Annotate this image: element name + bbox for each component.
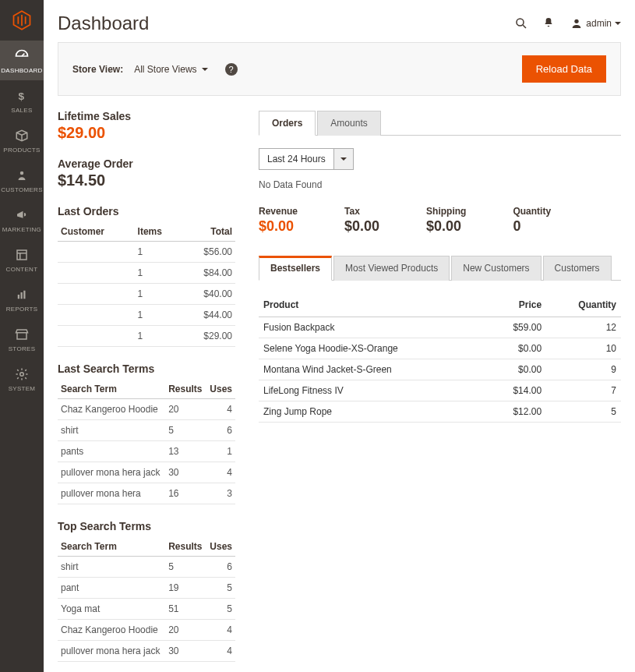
table-row[interactable]: pullover mona hera163 — [58, 483, 235, 504]
average-order-value: $14.50 — [58, 172, 235, 189]
sidebar-item-content[interactable]: CONTENT — [0, 239, 44, 279]
table-row[interactable]: pant195 — [58, 578, 235, 599]
table-row[interactable]: Montana Wind Jacket-S-Green$0.009 — [259, 359, 621, 380]
chevron-down-icon — [202, 68, 208, 71]
table-row[interactable]: pants131 — [58, 441, 235, 462]
cell-term: shirt — [58, 420, 165, 441]
cell-term: Chaz Kangeroo Hoodie — [58, 620, 165, 641]
period-dropdown-button[interactable] — [334, 148, 354, 170]
person-icon — [14, 168, 30, 183]
table-row[interactable]: 1$44.00 — [58, 305, 235, 326]
table-row[interactable]: 1$29.00 — [58, 326, 235, 347]
store-view-bar: Store View: All Store Views ? Reload Dat… — [58, 42, 621, 96]
cell-items: 1 — [135, 242, 182, 263]
header: Dashboard admin — [44, 0, 635, 42]
cell-customer — [58, 263, 135, 284]
table-row[interactable]: 1$56.00 — [58, 242, 235, 263]
period-select[interactable]: Last 24 Hours — [259, 148, 334, 170]
average-order-label: Average Order — [58, 157, 235, 170]
tab-new-customers[interactable]: New Customers — [451, 256, 541, 281]
cell-uses: 4 — [206, 620, 235, 641]
sidebar-item-stores[interactable]: STORES — [0, 319, 44, 359]
svg-point-1 — [20, 172, 24, 175]
table-row[interactable]: pullover mona hera jack304 — [58, 641, 235, 662]
bell-icon[interactable] — [542, 16, 556, 30]
layout-icon — [14, 247, 30, 263]
cell-results: 5 — [165, 420, 206, 441]
last-orders-table: Customer Items Total 1$56.001$84.001$40.… — [58, 222, 235, 347]
cell-results: 20 — [165, 620, 206, 641]
table-row[interactable]: Chaz Kangeroo Hoodie204 — [58, 620, 235, 641]
tax-label: Tax — [344, 206, 379, 217]
table-row[interactable]: Selene Yoga Hoodie-XS-Orange$0.0010 — [259, 338, 621, 359]
sidebar-item-customers[interactable]: CUSTOMERS — [0, 160, 44, 200]
cell-term: pants — [58, 441, 165, 462]
shipping-value: $0.00 — [426, 218, 466, 235]
chevron-down-icon — [340, 157, 347, 161]
col-price: Price — [486, 293, 546, 317]
svg-point-6 — [20, 373, 24, 377]
table-row[interactable]: 1$84.00 — [58, 263, 235, 284]
cell-customer — [58, 284, 135, 305]
tab-customers[interactable]: Customers — [543, 256, 612, 281]
sub-tabs: Bestsellers Most Viewed Products New Cus… — [259, 255, 621, 281]
col-results: Results — [165, 380, 206, 399]
cell-price: $0.00 — [486, 359, 546, 380]
cell-price: $14.00 — [486, 380, 546, 401]
sidebar-item-reports[interactable]: REPORTS — [0, 279, 44, 319]
tab-amounts[interactable]: Amounts — [317, 111, 380, 136]
no-data-message: No Data Found — [259, 179, 621, 190]
table-row[interactable]: Fusion Backpack$59.0012 — [259, 317, 621, 338]
cell-term: shirt — [58, 557, 165, 578]
table-row[interactable]: pullover mona hera jack304 — [58, 462, 235, 483]
tab-bestsellers[interactable]: Bestsellers — [259, 256, 332, 281]
top-search-heading: Top Search Terms — [58, 520, 235, 532]
help-icon[interactable]: ? — [225, 63, 238, 76]
cell-uses: 3 — [206, 483, 235, 504]
table-row[interactable]: Yoga mat515 — [58, 599, 235, 620]
sidebar-item-sales[interactable]: $ SALES — [0, 80, 44, 120]
reload-data-button[interactable]: Reload Data — [522, 55, 606, 83]
tab-orders[interactable]: Orders — [259, 111, 316, 136]
cell-uses: 6 — [206, 557, 235, 578]
sidebar-item-products[interactable]: PRODUCTS — [0, 120, 44, 160]
chevron-down-icon — [615, 22, 621, 25]
sidebar-item-label: DASHBOARD — [1, 67, 42, 74]
cell-quantity: 5 — [546, 401, 621, 423]
store-view-select[interactable]: All Store Views — [134, 64, 207, 75]
cell-product: Zing Jump Rope — [259, 401, 486, 423]
sidebar-item-dashboard[interactable]: DASHBOARD — [0, 41, 44, 80]
magento-logo[interactable] — [0, 0, 44, 41]
cell-term: pullover mona hera — [58, 483, 165, 504]
cell-results: 5 — [165, 557, 206, 578]
svg-point-7 — [517, 19, 524, 26]
cell-results: 30 — [165, 462, 206, 483]
cell-quantity: 9 — [546, 359, 621, 380]
cell-results: 51 — [165, 599, 206, 620]
page-title: Dashboard — [58, 12, 149, 34]
cell-product: Fusion Backpack — [259, 317, 486, 338]
table-row[interactable]: Zing Jump Rope$12.005 — [259, 401, 621, 423]
sidebar-item-system[interactable]: SYSTEM — [0, 359, 44, 398]
last-search-heading: Last Search Terms — [58, 363, 235, 375]
cell-product: Montana Wind Jacket-S-Green — [259, 359, 486, 380]
tax-value: $0.00 — [344, 218, 379, 235]
cell-customer — [58, 326, 135, 347]
cell-items: 1 — [135, 284, 182, 305]
cell-term: pullover mona hera jack — [58, 462, 165, 483]
table-row[interactable]: Chaz Kangeroo Hoodie204 — [58, 399, 235, 420]
main-tabs: Orders Amounts — [259, 110, 621, 136]
table-row[interactable]: shirt56 — [58, 557, 235, 578]
table-row[interactable]: LifeLong Fitness IV$14.007 — [259, 380, 621, 401]
cell-price: $59.00 — [486, 317, 546, 338]
table-row[interactable]: 1$40.00 — [58, 284, 235, 305]
cell-quantity: 7 — [546, 380, 621, 401]
search-icon[interactable] — [514, 16, 528, 30]
admin-user-menu[interactable]: admin — [570, 17, 621, 30]
sidebar-item-marketing[interactable]: MARKETING — [0, 200, 44, 239]
table-row[interactable]: shirt56 — [58, 420, 235, 441]
cell-results: 16 — [165, 483, 206, 504]
cell-items: 1 — [135, 326, 182, 347]
store-view-label: Store View: — [72, 64, 123, 75]
tab-most-viewed[interactable]: Most Viewed Products — [333, 256, 450, 281]
